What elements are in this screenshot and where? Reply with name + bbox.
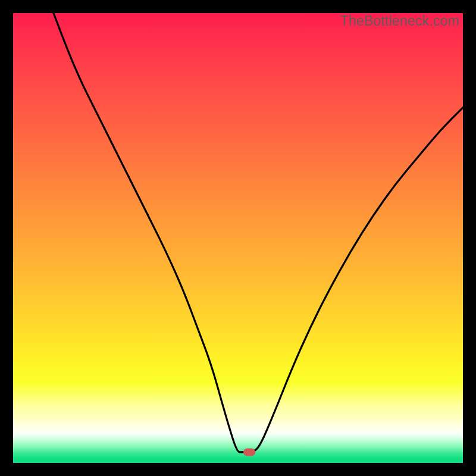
chart-frame: TheBottleneck.com [13,13,463,463]
optimal-point-marker [243,448,255,456]
bottleneck-curve [13,13,463,463]
watermark-text: TheBottleneck.com [340,13,459,29]
